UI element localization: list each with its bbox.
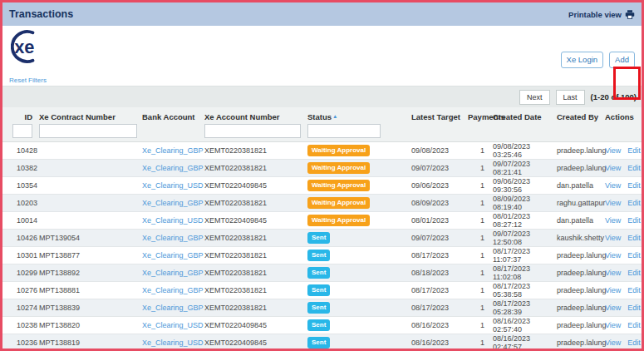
bank-account-link[interactable]: Xe_Clearing_USD [142, 181, 204, 190]
bank-account-link[interactable]: Xe_Clearing_GBP [142, 234, 204, 242]
pagination-range: (1-20 of 100) [591, 92, 637, 101]
edit-link[interactable]: Edit [627, 269, 641, 277]
filter-input-id[interactable] [12, 124, 32, 138]
cell-status: Waiting Approval [307, 162, 411, 174]
column-header-created-by[interactable]: Created By [553, 107, 602, 121]
bank-account-link[interactable]: Xe_Clearing_GBP [142, 286, 204, 294]
column-header-latest-target[interactable]: Latest Target [411, 107, 468, 121]
column-header-status[interactable]: Status▲ [307, 107, 411, 138]
bank-account-link[interactable]: Xe_Clearing_USD [142, 339, 204, 347]
cell-payments: 1 [468, 199, 489, 207]
view-link[interactable]: View [605, 234, 621, 242]
pagination-last-button[interactable]: Last [556, 90, 585, 105]
edit-link[interactable]: Edit [627, 304, 641, 312]
printer-icon [625, 10, 635, 19]
table-row: 10203 Xe_Clearing_GBP XEMT0220381821 Wai… [2, 194, 642, 211]
cell-xe-account: XEMT0220381821 [204, 304, 307, 312]
bank-account-link[interactable]: Xe_Clearing_GBP [142, 304, 204, 312]
bank-account-link[interactable]: Xe_Clearing_USD [142, 321, 204, 329]
cell-contract: MPT138839 [39, 304, 142, 312]
cell-actions: View Edit [602, 321, 642, 329]
cell-created-date: 08/09/2023 08:19:40 [489, 195, 553, 211]
bank-account-link[interactable]: Xe_Clearing_USD [142, 216, 204, 225]
status-badge: Sent [307, 250, 330, 261]
bank-account-link[interactable]: Xe_Clearing_GBP [142, 269, 204, 277]
xe-logo: xe [11, 29, 46, 64]
view-link[interactable]: View [605, 216, 621, 225]
bank-account-link[interactable]: Xe_Clearing_GBP [142, 251, 204, 260]
edit-link[interactable]: Edit [627, 321, 641, 329]
cell-created-by: pradeep.lalung [553, 304, 602, 312]
edit-link[interactable]: Edit [627, 164, 641, 172]
edit-link[interactable]: Edit [627, 339, 641, 347]
cell-created-by: pradeep.lalung [553, 146, 602, 155]
view-link[interactable]: View [605, 339, 621, 347]
status-badge: Sent [307, 319, 330, 331]
edit-link[interactable]: Edit [627, 216, 641, 225]
cell-id: 10014 [2, 216, 39, 225]
bank-account-link[interactable]: Xe_Clearing_GBP [142, 164, 204, 172]
edit-link[interactable]: Edit [627, 181, 641, 190]
cell-created-by: dan.patella [553, 181, 602, 190]
cell-id: 10428 [2, 146, 39, 155]
cell-actions: View Edit [602, 146, 642, 155]
cell-created-by: pradeep.lalung [553, 251, 602, 260]
svg-text:xe: xe [14, 37, 34, 57]
filter-input-status[interactable] [307, 124, 381, 138]
cell-latest-target: 09/07/2023 [411, 234, 468, 242]
view-link[interactable]: View [605, 199, 621, 207]
cell-status: Sent [307, 319, 411, 331]
view-link[interactable]: View [605, 304, 621, 312]
filter-input-contract[interactable] [39, 124, 137, 138]
view-link[interactable]: View [605, 269, 621, 277]
edit-link[interactable]: Edit [627, 286, 641, 294]
bank-account-link[interactable]: Xe_Clearing_GBP [142, 199, 204, 207]
cell-id: 10382 [2, 164, 39, 172]
edit-link[interactable]: Edit [627, 146, 641, 155]
cell-actions: View Edit [602, 339, 642, 347]
table-row: 10382 Xe_Clearing_GBP XEMT0220381821 Wai… [2, 159, 642, 176]
pagination-next-button[interactable]: Next [519, 90, 550, 105]
view-link[interactable]: View [605, 286, 621, 294]
column-header-payments[interactable]: Payments [468, 107, 489, 121]
cell-status: Sent [307, 337, 411, 349]
cell-payments: 1 [468, 164, 489, 172]
view-link[interactable]: View [605, 321, 621, 329]
column-header-bank-account[interactable]: Bank Account [142, 107, 204, 121]
cell-created-date: 08/16/2023 02:57:40 [489, 317, 553, 334]
status-badge: Sent [307, 232, 330, 244]
view-link[interactable]: View [605, 181, 621, 190]
cell-bank-account: Xe_Clearing_GBP [142, 146, 204, 155]
cell-status: Sent [307, 232, 411, 244]
cell-xe-account: XEMT0220381821 [204, 269, 307, 277]
cell-status: Sent [307, 302, 411, 314]
column-header-actions: Actions [602, 107, 642, 121]
column-header-id[interactable]: ID [2, 107, 39, 138]
cell-bank-account: Xe_Clearing_USD [142, 181, 204, 190]
add-button[interactable]: Add [609, 52, 635, 68]
column-header-xe-account[interactable]: Xe Account Number [204, 107, 307, 138]
cell-actions: View Edit [602, 199, 642, 207]
reset-filters-link[interactable]: Reset Filters [9, 77, 47, 84]
bank-account-link[interactable]: Xe_Clearing_GBP [142, 146, 204, 155]
edit-link[interactable]: Edit [627, 199, 641, 207]
cell-payments: 1 [468, 146, 489, 155]
edit-link[interactable]: Edit [627, 234, 641, 242]
view-link[interactable]: View [605, 146, 621, 155]
cell-actions: View Edit [602, 164, 642, 172]
status-badge: Waiting Approval [307, 180, 370, 191]
edit-link[interactable]: Edit [627, 251, 641, 260]
filter-input-xe-account[interactable] [204, 124, 301, 138]
column-header-contract[interactable]: Xe Contract Number [39, 107, 142, 138]
cell-latest-target: 08/16/2023 [411, 321, 468, 329]
cell-created-date: 08/17/2023 11:07:37 [489, 247, 553, 264]
cell-xe-account: XEMT0220381821 [204, 164, 307, 172]
printable-view-button[interactable]: Printable view [568, 10, 635, 19]
xe-login-button[interactable]: Xe Login [561, 52, 604, 68]
view-link[interactable]: View [605, 251, 621, 260]
cell-xe-account: XEMT0220381821 [204, 286, 307, 294]
cell-contract: MPT138881 [39, 286, 142, 294]
column-header-created-date[interactable]: Created Date [489, 107, 553, 121]
view-link[interactable]: View [605, 164, 621, 172]
table-row: 10354 Xe_Clearing_USD XEMT0220409845 Wai… [2, 176, 642, 194]
